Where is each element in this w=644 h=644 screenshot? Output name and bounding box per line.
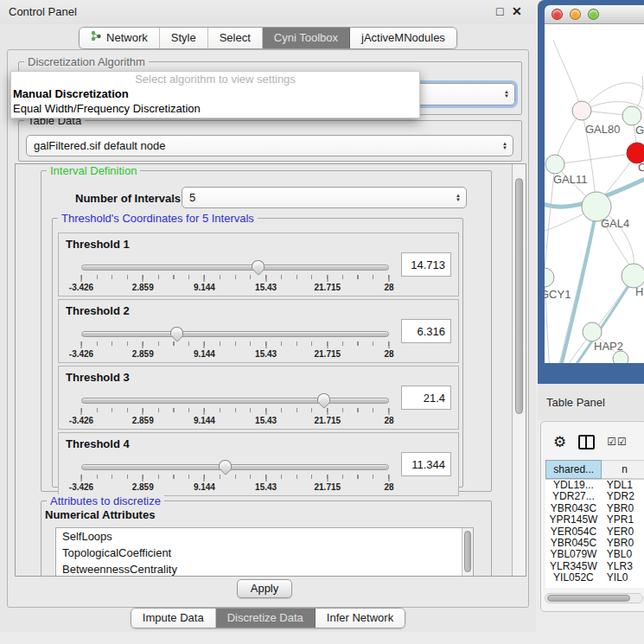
vertical-scrollbar[interactable] [512, 164, 526, 576]
scrollbar-thumb[interactable] [547, 595, 630, 602]
cell-name[interactable]: YIL0 [602, 572, 644, 583]
table-data-combobox[interactable]: galFiltered.sif default node ▲▼ [26, 135, 513, 156]
cell-name[interactable]: YDR2 [602, 491, 644, 502]
threshold-2-slider[interactable] [81, 331, 389, 337]
table-row[interactable]: YBR043CYBR0 [545, 503, 644, 514]
threshold-3-slider[interactable] [81, 398, 389, 404]
cell-shared-name[interactable]: YDL19... [545, 480, 602, 491]
list-scrollbar[interactable] [462, 528, 473, 576]
slider-major-tick [204, 408, 205, 415]
attribute-list-item[interactable]: BetweennessCentrality [56, 561, 473, 576]
network-node[interactable] [622, 106, 641, 125]
column-header-shared-name[interactable]: shared... [545, 460, 602, 479]
slider-major-tick [389, 475, 390, 481]
slider-thumb[interactable] [219, 460, 232, 469]
network-nodes[interactable] [545, 101, 644, 363]
gear-icon[interactable]: ⚙ [553, 435, 566, 450]
network-node[interactable] [572, 101, 591, 120]
cell-shared-name[interactable]: YBR045C [545, 538, 602, 549]
dropdown-item-manual-discretization[interactable]: Manual Discretization [11, 86, 419, 101]
cell-shared-name[interactable]: YER054C [545, 526, 602, 538]
cell-shared-name[interactable]: YBR043C [545, 503, 602, 514]
cell-name[interactable]: YER0 [602, 526, 644, 538]
close-icon[interactable]: ✕ [512, 4, 522, 18]
network-node[interactable] [613, 351, 628, 363]
threshold-1-slider[interactable] [81, 265, 389, 271]
horizontal-scrollbar[interactable] [545, 593, 643, 603]
table-row[interactable]: YDL19...YDL1 [545, 480, 644, 491]
threshold-2-value-field[interactable] [401, 319, 451, 343]
tab-discretize-data[interactable]: Discretize Data [216, 609, 316, 628]
network-node[interactable] [545, 268, 554, 287]
cell-name[interactable]: YDL1 [602, 480, 644, 491]
tab-impute-data[interactable]: Impute Data [131, 609, 216, 628]
cell-name[interactable]: YLR3 [602, 561, 644, 572]
network-node[interactable] [583, 322, 602, 341]
minimize-traffic-light[interactable] [570, 9, 581, 20]
slider-major-tick [143, 408, 143, 415]
table-row[interactable]: YLR345WYLR3 [545, 561, 644, 572]
tab-label: Network [106, 28, 148, 48]
threshold-1-value-field[interactable] [401, 252, 451, 277]
scrollbar-thumb[interactable] [464, 531, 471, 572]
scrollbar-thumb[interactable] [515, 178, 523, 414]
slider-scale-label: 28 [384, 283, 393, 292]
table-row[interactable]: YBL079WYBL0 [545, 549, 644, 560]
cell-name[interactable]: YBL0 [602, 549, 644, 560]
column-header-name[interactable]: n [602, 460, 644, 479]
number-of-intervals-combobox[interactable]: 5 ▲▼ [182, 187, 467, 208]
tab-style[interactable]: Style [160, 28, 208, 48]
cell-name[interactable]: YBR0 [602, 538, 644, 549]
attribute-list-item[interactable]: TopologicalCoefficient [56, 545, 473, 561]
cell-name[interactable]: YBR0 [602, 503, 644, 514]
cell-shared-name[interactable]: YIL052C [545, 572, 602, 583]
threshold-3-value-field[interactable] [401, 386, 451, 410]
checkbox-icons[interactable]: ☑☑ [607, 436, 628, 448]
threshold-4-slider[interactable] [81, 464, 389, 470]
cell-shared-name[interactable]: YPR145W [545, 514, 602, 526]
slider-scale-label: 15.43 [255, 482, 277, 492]
slider-thumb[interactable] [170, 327, 183, 336]
tab-label: Style [171, 28, 196, 48]
apply-button[interactable]: Apply [237, 579, 292, 598]
tab-cyni-toolbox[interactable]: Cyni Toolbox [263, 28, 350, 48]
combo-arrows-icon: ▲▼ [504, 90, 509, 99]
tab-select[interactable]: Select [208, 28, 263, 48]
tab-label: Impute Data [143, 609, 204, 628]
table-row[interactable]: YBR045CYBR0 [545, 538, 644, 549]
network-node-label: H [635, 285, 643, 298]
cell-name[interactable]: YPR1 [602, 514, 644, 526]
network-canvas[interactable]: GAL80GAGAL11CGAL4GCY1HHAP2 [545, 24, 644, 363]
tab-network[interactable]: Network [80, 28, 160, 48]
float-window-icon[interactable]: □ [496, 4, 503, 18]
network-node[interactable] [622, 264, 644, 288]
close-traffic-light[interactable] [552, 9, 563, 20]
slider-scale-label: 28 [384, 482, 393, 492]
slider-thumb[interactable] [317, 393, 330, 403]
slider-major-tick [81, 408, 82, 415]
columns-icon[interactable] [578, 435, 595, 450]
table-row[interactable]: YER054CYER0 [545, 526, 644, 538]
cell-shared-name[interactable]: YDR27... [545, 491, 602, 502]
network-node[interactable] [545, 155, 564, 174]
node-attribute-table[interactable]: shared... n YDL19...YDL1YDR27...YDR2YBR0… [545, 460, 644, 588]
table-row[interactable]: YDR27...YDR2 [545, 491, 644, 502]
tab-jactivemnodules[interactable]: jActiveMNodules [350, 28, 456, 48]
threshold-4-value-field[interactable] [401, 452, 451, 476]
slider-thumb[interactable] [252, 260, 265, 270]
cell-shared-name[interactable]: YLR345W [545, 561, 602, 572]
table-row[interactable]: YIL052CYIL0 [545, 572, 644, 583]
settings-viewport: Interval Definition Number of Intervals … [16, 164, 513, 576]
table-row[interactable]: YPR145WYPR1 [545, 514, 644, 526]
slider-scale-label: 21.715 [315, 482, 341, 492]
tab-infer-network[interactable]: Infer Network [316, 609, 405, 628]
numerical-attributes-list[interactable]: SelfLoopsTopologicalCoefficientBetweenne… [55, 527, 474, 576]
slider-scale-label: 21.715 [315, 283, 341, 292]
cell-shared-name[interactable]: YBL079W [545, 549, 602, 560]
slider-scale-label: 9.144 [194, 482, 215, 492]
slider-ticks [81, 275, 389, 283]
dropdown-item-equal-width-frequency[interactable]: Equal Width/Frequency Discretization [11, 101, 419, 116]
attribute-list-item[interactable]: SelfLoops [56, 528, 473, 545]
zoom-traffic-light[interactable] [588, 9, 599, 20]
slider-scale-label: 2.859 [132, 482, 154, 492]
